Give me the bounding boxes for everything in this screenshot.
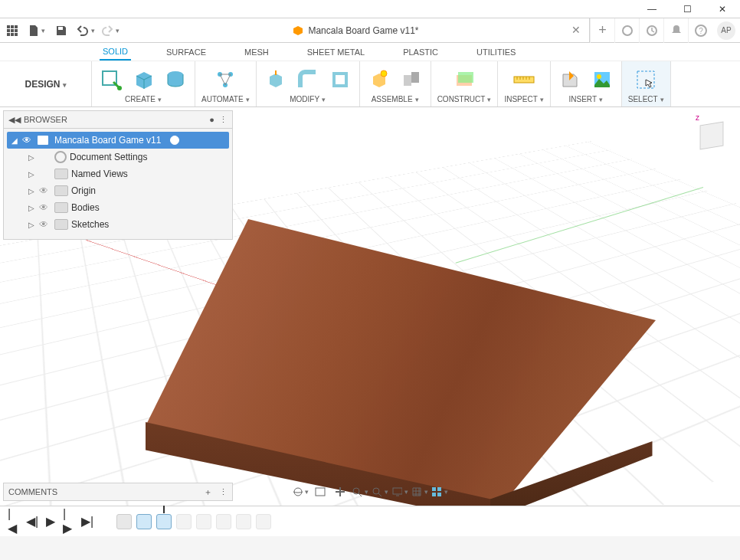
zoom-button[interactable] (352, 484, 368, 499)
help-icon[interactable]: ? (688, 18, 712, 43)
browser-item-named-views[interactable]: ▷ Named Views (7, 165, 229, 182)
history-feature[interactable] (116, 514, 132, 529)
visibility-icon[interactable]: 👁 (39, 202, 51, 213)
viewport-canvas[interactable]: z ◀◀ BROWSER ● ⋮ ◢ 👁 Mancala Board Game … (0, 107, 740, 506)
browser-root[interactable]: ◢ 👁 Mancala Board Game v11 (7, 132, 229, 149)
expand-icon[interactable]: ▷ (27, 153, 36, 162)
comments-panel[interactable]: COMMENTS ＋ ⋮ (3, 483, 233, 501)
browser-pin-icon[interactable]: ● (209, 115, 214, 124)
history-feature[interactable] (236, 514, 251, 529)
group-modify-label[interactable]: MODIFY (290, 95, 326, 105)
history-feature[interactable] (136, 514, 152, 529)
browser-item-label: Sketches (71, 219, 109, 230)
browser-item-bodies[interactable]: ▷ 👁 Bodies (7, 199, 229, 216)
measure-button[interactable] (511, 67, 537, 93)
extensions-icon[interactable] (614, 18, 639, 43)
expand-icon[interactable]: ▷ (27, 221, 36, 229)
timeline-start-button[interactable]: |◀ (8, 516, 20, 528)
svg-rect-38 (432, 493, 436, 496)
ribbon-tab-utilities[interactable]: UTILITIES (473, 44, 519, 60)
timeline-next-button[interactable]: |▶ (63, 516, 75, 528)
history-feature[interactable] (256, 514, 271, 529)
ribbon-tab-sheetmetal[interactable]: SHEET METAL (304, 44, 368, 60)
window-minimize-button[interactable]: — (634, 0, 670, 18)
grid-settings-button[interactable] (411, 484, 428, 499)
group-construct-label[interactable]: CONSTRUCT (437, 95, 492, 105)
history-feature[interactable] (196, 514, 211, 529)
document-tab[interactable]: Mancala Board Game v11* ✕ (123, 18, 590, 42)
browser-item-origin[interactable]: ▷ 👁 Origin (7, 182, 229, 199)
ribbon-tab-mesh[interactable]: MESH (241, 44, 272, 60)
create-box-button[interactable] (130, 67, 156, 93)
job-status-icon[interactable] (639, 18, 663, 43)
save-button[interactable] (49, 18, 74, 43)
ribbon-tab-solid[interactable]: SOLID (100, 44, 131, 61)
group-insert-label[interactable]: INSERT (569, 95, 604, 105)
group-inspect-label[interactable]: INSPECT (504, 95, 543, 105)
viewcube[interactable]: z (693, 116, 731, 155)
timeline-play-button[interactable]: ▶ (44, 516, 57, 528)
history-feature[interactable] (216, 514, 231, 529)
group-create-label[interactable]: CREATE (125, 95, 162, 105)
workspace-label: DESIGN (25, 79, 66, 90)
insert-decal-button[interactable] (589, 67, 615, 93)
ribbon-tab-plastic[interactable]: PLASTIC (400, 44, 441, 60)
look-at-button[interactable] (312, 484, 329, 499)
joint-button[interactable] (398, 67, 424, 93)
sketch-button[interactable] (98, 67, 124, 93)
visibility-icon[interactable]: 👁 (39, 219, 51, 230)
file-menu-button[interactable] (25, 18, 49, 43)
group-select-label[interactable]: SELECT (628, 95, 664, 105)
insert-derive-button[interactable] (557, 67, 583, 93)
apps-grid-icon[interactable] (0, 18, 25, 43)
svg-rect-2 (15, 25, 18, 28)
undo-button[interactable] (74, 18, 98, 43)
window-maximize-button[interactable]: ☐ (670, 0, 705, 18)
notifications-icon[interactable] (663, 18, 688, 43)
expand-icon[interactable]: ▷ (27, 170, 36, 178)
automate-button[interactable] (212, 67, 238, 93)
workspace-switcher[interactable]: DESIGN (0, 61, 92, 106)
fillet-button[interactable] (295, 67, 321, 93)
history-feature[interactable] (176, 514, 192, 529)
group-automate-label[interactable]: AUTOMATE (201, 95, 250, 105)
comments-add-icon[interactable]: ＋ (204, 487, 212, 496)
model-body[interactable] (130, 207, 666, 506)
window-close-button[interactable]: ✕ (705, 0, 740, 18)
fit-button[interactable] (372, 484, 388, 499)
visibility-icon[interactable]: 👁 (39, 185, 51, 196)
display-settings-button[interactable] (391, 484, 408, 499)
timeline-prev-button[interactable]: ◀| (26, 516, 38, 528)
select-button[interactable] (633, 67, 659, 93)
pan-button[interactable] (332, 484, 349, 499)
group-create: CREATE (92, 61, 195, 106)
folder-icon (54, 185, 68, 196)
shell-button[interactable] (327, 67, 353, 93)
comments-options-icon[interactable]: ⋮ (219, 487, 228, 496)
new-component-button[interactable] (366, 67, 392, 93)
activate-radio[interactable] (170, 136, 179, 145)
browser-item-sketches[interactable]: ▷ 👁 Sketches (7, 216, 229, 233)
visibility-icon[interactable]: 👁 (22, 135, 34, 146)
user-avatar[interactable]: AP (717, 21, 735, 40)
ribbon-tab-surface[interactable]: SURFACE (163, 44, 209, 60)
browser-item-document-settings[interactable]: ▷ Document Settings (7, 149, 229, 165)
timeline-end-button[interactable]: ▶| (81, 516, 93, 528)
collapse-icon[interactable]: ◢ (10, 136, 19, 145)
group-assemble-label[interactable]: ASSEMBLE (372, 95, 419, 105)
new-design-button[interactable]: + (590, 18, 614, 43)
viewports-button[interactable] (431, 484, 448, 499)
construct-plane-button[interactable] (451, 67, 477, 93)
browser-collapse-icon[interactable]: ◀◀ (8, 115, 21, 125)
press-pull-button[interactable] (263, 67, 289, 93)
orbit-button[interactable] (292, 484, 309, 499)
close-tab-button[interactable]: ✕ (569, 23, 583, 37)
svg-point-22 (381, 70, 387, 77)
browser-options-icon[interactable]: ⋮ (219, 115, 228, 125)
create-cylinder-button[interactable] (162, 67, 188, 93)
history-feature[interactable] (156, 514, 172, 529)
viewcube-face[interactable] (700, 122, 724, 150)
expand-icon[interactable]: ▷ (27, 204, 36, 212)
expand-icon[interactable]: ▷ (27, 187, 36, 195)
redo-button[interactable] (98, 18, 123, 43)
